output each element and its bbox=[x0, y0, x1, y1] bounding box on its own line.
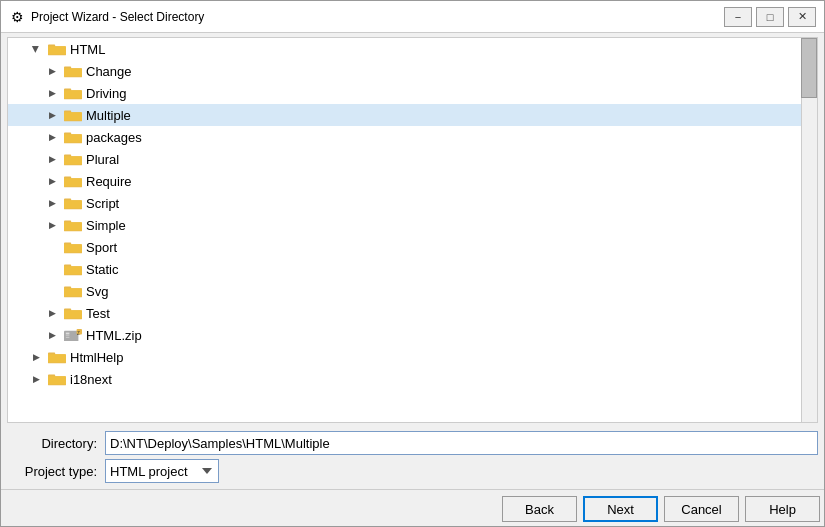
folder-icon-multiple bbox=[64, 108, 82, 122]
back-button[interactable]: Back bbox=[502, 496, 577, 522]
expand-arrow-test[interactable] bbox=[44, 305, 60, 321]
directory-tree[interactable]: HTML Change Driving Multiple packages Pl… bbox=[7, 37, 818, 423]
folder-icon-driving bbox=[64, 86, 82, 100]
tree-item-script[interactable]: Script bbox=[8, 192, 801, 214]
folder-icon-script bbox=[64, 196, 82, 210]
tree-label-svg: Svg bbox=[86, 284, 108, 299]
folder-icon-static bbox=[64, 262, 82, 276]
tree-item-multiple[interactable]: Multiple bbox=[8, 104, 801, 126]
tree-item-htmlhelp[interactable]: HtmlHelp bbox=[8, 346, 801, 368]
expand-arrow-simple[interactable] bbox=[44, 217, 60, 233]
folder-icon-html bbox=[48, 42, 66, 56]
close-button[interactable]: ✕ bbox=[788, 7, 816, 27]
tree-label-script: Script bbox=[86, 196, 119, 211]
expand-arrow-htmlzip[interactable] bbox=[44, 327, 60, 343]
svg-rect-17 bbox=[64, 156, 82, 164]
svg-rect-50 bbox=[48, 376, 66, 384]
folder-icon-svg bbox=[64, 284, 82, 298]
svg-rect-23 bbox=[64, 200, 82, 208]
tree-item-simple[interactable]: Simple bbox=[8, 214, 801, 236]
tree-item-test[interactable]: Test bbox=[8, 302, 801, 324]
tree-item-htmlzip[interactable]: Z HTML.zip bbox=[8, 324, 801, 346]
folder-icon-simple bbox=[64, 218, 82, 232]
bottom-area: Directory: Project type: HTML project Ja… bbox=[1, 427, 824, 487]
tree-item-svg[interactable]: Svg bbox=[8, 280, 801, 302]
svg-rect-26 bbox=[64, 222, 82, 230]
window-icon: ⚙ bbox=[9, 9, 25, 25]
directory-row: Directory: bbox=[7, 431, 818, 455]
tree-label-simple: Simple bbox=[86, 218, 126, 233]
tree-item-html[interactable]: HTML bbox=[8, 38, 801, 60]
window-title: Project Wizard - Select Directory bbox=[31, 10, 724, 24]
svg-rect-40 bbox=[66, 332, 70, 334]
svg-rect-41 bbox=[66, 335, 70, 336]
svg-rect-38 bbox=[64, 310, 82, 318]
tree-label-htmlhelp: HtmlHelp bbox=[70, 350, 123, 365]
svg-rect-29 bbox=[64, 244, 82, 252]
help-button[interactable]: Help bbox=[745, 496, 820, 522]
tree-item-driving[interactable]: Driving bbox=[8, 82, 801, 104]
svg-rect-35 bbox=[64, 288, 82, 296]
button-row: Back Next Cancel Help bbox=[1, 489, 824, 526]
scrollbar-track[interactable] bbox=[801, 38, 817, 422]
title-bar: ⚙ Project Wizard - Select Directory − □ … bbox=[1, 1, 824, 33]
expand-arrow-require[interactable] bbox=[44, 173, 60, 189]
tree-item-packages[interactable]: packages bbox=[8, 126, 801, 148]
zip-icon-htmlzip: Z bbox=[64, 328, 82, 342]
folder-icon-i18next bbox=[48, 372, 66, 386]
tree-label-multiple: Multiple bbox=[86, 108, 131, 123]
expand-arrow-script[interactable] bbox=[44, 195, 60, 211]
folder-icon-require bbox=[64, 174, 82, 188]
window-controls: − □ ✕ bbox=[724, 7, 816, 27]
restore-button[interactable]: □ bbox=[756, 7, 784, 27]
tree-label-htmlzip: HTML.zip bbox=[86, 328, 142, 343]
svg-rect-11 bbox=[64, 112, 82, 120]
expand-arrow-plural[interactable] bbox=[44, 151, 60, 167]
project-type-label: Project type: bbox=[7, 464, 97, 479]
tree-item-plural[interactable]: Plural bbox=[8, 148, 801, 170]
project-type-row: Project type: HTML project JavaScript pr… bbox=[7, 459, 818, 483]
svg-rect-14 bbox=[64, 134, 82, 142]
tree-item-i18next[interactable]: i18next bbox=[8, 368, 801, 390]
tree-label-change: Change bbox=[86, 64, 132, 79]
project-type-select[interactable]: HTML project JavaScript project CSS proj… bbox=[105, 459, 219, 483]
expand-arrow-html[interactable] bbox=[28, 41, 44, 57]
expand-arrow-driving[interactable] bbox=[44, 85, 60, 101]
tree-label-require: Require bbox=[86, 174, 132, 189]
tree-label-packages: packages bbox=[86, 130, 142, 145]
main-window: ⚙ Project Wizard - Select Directory − □ … bbox=[0, 0, 825, 527]
folder-icon-test bbox=[64, 306, 82, 320]
tree-label-sport: Sport bbox=[86, 240, 117, 255]
scrollbar-thumb[interactable] bbox=[801, 38, 817, 98]
tree-label-plural: Plural bbox=[86, 152, 119, 167]
folder-icon-htmlhelp bbox=[48, 350, 66, 364]
expand-arrow-change[interactable] bbox=[44, 63, 60, 79]
svg-rect-2 bbox=[48, 46, 66, 54]
expand-arrow-packages[interactable] bbox=[44, 129, 60, 145]
expand-arrow-htmlhelp[interactable] bbox=[28, 349, 44, 365]
project-type-wrapper: HTML project JavaScript project CSS proj… bbox=[105, 459, 818, 483]
expand-arrow-i18next[interactable] bbox=[28, 371, 44, 387]
folder-icon-plural bbox=[64, 152, 82, 166]
next-button[interactable]: Next bbox=[583, 496, 658, 522]
cancel-button[interactable]: Cancel bbox=[664, 496, 739, 522]
svg-rect-47 bbox=[48, 354, 66, 362]
expand-arrow-multiple[interactable] bbox=[44, 107, 60, 123]
tree-label-test: Test bbox=[86, 306, 110, 321]
svg-rect-5 bbox=[64, 68, 82, 76]
tree-item-static[interactable]: Static bbox=[8, 258, 801, 280]
tree-label-html: HTML bbox=[70, 42, 105, 57]
folder-icon-sport bbox=[64, 240, 82, 254]
svg-rect-8 bbox=[64, 90, 82, 98]
directory-input[interactable] bbox=[105, 431, 818, 455]
svg-text:Z: Z bbox=[77, 331, 80, 336]
tree-label-static: Static bbox=[86, 262, 119, 277]
svg-rect-42 bbox=[66, 337, 70, 338]
tree-item-require[interactable]: Require bbox=[8, 170, 801, 192]
tree-label-driving: Driving bbox=[86, 86, 126, 101]
directory-label: Directory: bbox=[7, 436, 97, 451]
minimize-button[interactable]: − bbox=[724, 7, 752, 27]
tree-item-sport[interactable]: Sport bbox=[8, 236, 801, 258]
svg-rect-32 bbox=[64, 266, 82, 274]
tree-item-change[interactable]: Change bbox=[8, 60, 801, 82]
